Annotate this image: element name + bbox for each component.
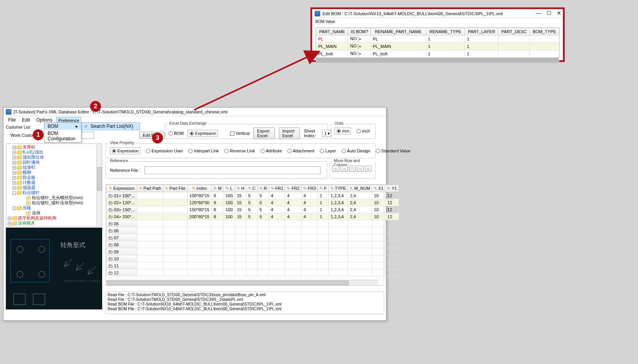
col-m[interactable]: ✎ M — [211, 185, 223, 192]
col-fr2[interactable]: ✎ FR2 — [285, 185, 301, 192]
bom-grid[interactable]: PART_NAMEIS BOM?RENAME_PART_NAMERENAME_T… — [315, 27, 560, 58]
move-right-button[interactable]: > — [340, 166, 347, 172]
table-row[interactable]: 🗀 03> 150*...150*80*158100155544411,2,3,… — [106, 206, 399, 213]
table-row[interactable]: 🗀 05 — [106, 220, 399, 227]
tree-item[interactable]: 柱位镶针_无头螺丝型(mm) — [8, 195, 100, 200]
expand-icon[interactable]: + — [8, 217, 11, 220]
radio-vp-expression[interactable]: Expression — [110, 147, 140, 154]
radio-vp-attachment[interactable]: Attachment — [287, 147, 315, 154]
menu-edit[interactable]: Edit — [19, 117, 32, 124]
col-fr3[interactable]: ✎ FR3 — [301, 185, 318, 192]
col-r[interactable]: ✎ R — [257, 185, 269, 192]
bom-col-rename_type[interactable]: RENAME_TYPE — [426, 28, 465, 35]
bom-col-part_name[interactable]: PART_NAME — [316, 28, 348, 35]
table-row[interactable]: 🗀 06 — [106, 227, 399, 234]
collapse-icon[interactable]: - — [12, 191, 16, 195]
import-excel-button[interactable]: Import Excel — [279, 127, 300, 139]
bom-row[interactable]: PL_boltNO ▾PL_bolt11 — [316, 50, 559, 58]
close-button[interactable]: ✕ — [557, 10, 561, 16]
bom-col-bom_type[interactable]: BOM_TYPE — [530, 28, 559, 35]
expand-icon[interactable]: + — [12, 146, 16, 149]
maximize-button[interactable]: ☐ — [547, 10, 551, 16]
tree-item[interactable]: +搓牙机构及旋转机构 — [8, 216, 100, 221]
radio-excel-bom[interactable]: BOM — [168, 131, 184, 136]
tree-item[interactable]: +承压块 — [8, 226, 100, 226]
radio-vp-interpart-link[interactable]: Interpart Link — [188, 147, 219, 154]
col-m_num[interactable]: ✎ M_NUM — [348, 185, 372, 192]
col-y1[interactable]: ✎ Y1 — [385, 185, 399, 192]
expand-icon[interactable]: + — [12, 156, 16, 159]
tree-item[interactable]: +垃圾钉 — [8, 165, 100, 170]
tree-item[interactable]: -压板 — [8, 205, 100, 210]
bom-col-is bom?[interactable]: IS BOM? — [348, 28, 371, 35]
data-grid[interactable]: ✎ Expression✎ Part Path✎ Part File✎ inde… — [106, 184, 384, 286]
dd-bom-config[interactable]: BOM Configuration — [44, 130, 81, 142]
tree-item[interactable]: +压铸模具 — [8, 221, 100, 226]
dd-search-partlist[interactable]: ✓ Search Part List(NX) — [82, 122, 140, 130]
radio-mm[interactable]: mm — [335, 127, 351, 134]
table-row[interactable]: 🗀 07 — [106, 234, 399, 241]
bom-titlebar[interactable]: Edit BOM : C:\T-Solution\NX10_64bit\T-MO… — [312, 9, 563, 18]
table-row[interactable]: 🗀 10 — [106, 255, 399, 262]
expand-icon[interactable]: + — [12, 161, 16, 164]
move-up-button[interactable]: ^ — [349, 166, 356, 172]
tree-item[interactable]: +防尘板 — [8, 175, 100, 180]
table-row[interactable]: 🗀 11 — [106, 262, 399, 269]
expand-icon[interactable]: + — [12, 181, 16, 185]
table-row[interactable]: 🗀 09 — [106, 248, 399, 255]
tree-item[interactable]: +计数器 — [8, 180, 100, 185]
tree-item[interactable]: +支撑柱 — [8, 145, 100, 150]
bom-col-part_desc[interactable]: PART_DESC — [498, 28, 530, 35]
expand-icon[interactable]: + — [8, 222, 11, 225]
table-row[interactable]: 🗀 08 — [106, 241, 399, 248]
expand-icon[interactable]: + — [12, 151, 16, 154]
col-index[interactable]: ✎ index — [187, 185, 211, 192]
col-type[interactable]: ✎ TYPE — [328, 185, 348, 192]
radio-vp-layer[interactable]: Layer — [320, 147, 336, 154]
col-fr1[interactable]: ✎ FR1 — [269, 185, 285, 192]
tree-item[interactable]: +模脚 — [8, 170, 100, 175]
tree-item[interactable]: +回针撞块 — [8, 160, 100, 165]
tree-item[interactable]: +感温器 — [8, 185, 100, 190]
collapse-icon[interactable]: - — [12, 207, 16, 210]
tree-item[interactable]: 压块 — [8, 210, 100, 216]
menu-file[interactable]: File — [6, 117, 18, 124]
table-row[interactable]: 🗀 02> 120*...120*60*308100155544411,2,3,… — [106, 199, 399, 206]
bom-row[interactable]: PL_MAINNO ▾PL_MAIN11 — [316, 43, 559, 50]
part-tree[interactable]: +支撑柱+K.o孔/顶出+顶出限位块+回针撞块+垃圾钉+模脚+防尘板+计数器+感… — [6, 143, 102, 226]
minimize-button[interactable]: — — [536, 10, 541, 16]
tree-item[interactable]: +K.o孔/顶出 — [8, 150, 100, 155]
expand-icon[interactable]: + — [12, 171, 16, 175]
move-left-button[interactable]: < — [332, 166, 339, 172]
tree-item[interactable]: 柱位镶针_镶针压块型(mm) — [8, 200, 100, 205]
move-down-button[interactable]: v — [357, 166, 364, 172]
chk-vertical[interactable]: Vertical — [230, 131, 250, 136]
col-part-file[interactable]: ✎ Part File — [163, 185, 187, 192]
col-expression[interactable]: ✎ Expression — [106, 185, 137, 192]
radio-excel-expression[interactable]: Expression — [188, 130, 218, 137]
dd-bom[interactable]: BOM▸ — [44, 123, 81, 130]
expand-icon[interactable]: + — [12, 186, 16, 190]
chevron-down-icon[interactable]: ▾ — [358, 44, 362, 49]
radio-vp-auto-design[interactable]: Auto Design — [342, 147, 370, 154]
col-l[interactable]: ✎ L — [223, 185, 235, 192]
bom-col-part_layer[interactable]: PART_LAYER — [465, 28, 498, 35]
bom-row[interactable]: PLNO ▾PL11 — [316, 35, 559, 43]
col-c[interactable]: ✎ C — [246, 185, 257, 192]
radio-vp-attribute[interactable]: Attribute — [261, 147, 282, 154]
bom-col-rename_part_name[interactable]: RENAME_PART_NAME — [370, 28, 426, 35]
col-f[interactable]: ✎ F — [318, 185, 329, 192]
table-row[interactable]: 🗀 12 — [106, 269, 399, 276]
col-part-path[interactable]: ✎ Part Path — [137, 185, 163, 192]
grid-hscrollbar[interactable] — [106, 280, 378, 285]
radio-vp-standard-value[interactable]: Standard Value — [376, 147, 411, 154]
tree-scrollbar[interactable] — [96, 144, 102, 226]
radio-inch[interactable]: inch — [356, 127, 370, 134]
radio-vp-expression-user[interactable]: Expression User — [146, 147, 183, 154]
grid-hscroll-thumb[interactable] — [107, 281, 349, 285]
chevron-down-icon[interactable]: ▾ — [358, 52, 362, 57]
table-row[interactable]: 🗀 01> 100*...100*80*158100155544411,2,3,… — [106, 192, 399, 199]
col-h[interactable]: ✎ H — [235, 185, 246, 192]
tree-item[interactable]: -柱位镶针 — [8, 190, 100, 195]
main-titlebar[interactable]: [T-Solution] Part's XML Database Editor … — [4, 108, 386, 116]
